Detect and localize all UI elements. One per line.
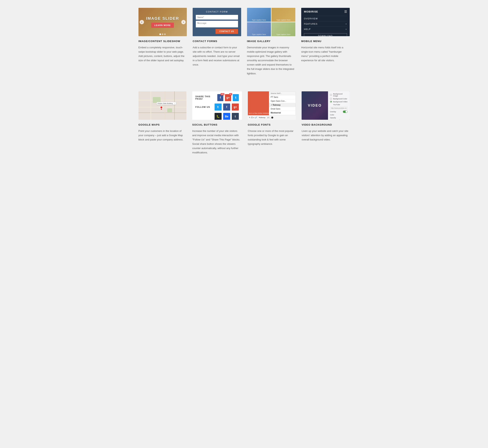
map-road-h1 <box>138 100 186 101</box>
edit-icon: ✎ <box>249 117 251 119</box>
slider-next-button[interactable]: › <box>181 20 186 24</box>
gallery-caption-2: Type caption here <box>276 19 290 21</box>
googleplus-follow-button[interactable]: g+ <box>232 104 239 111</box>
video-panel-youtube: YouTube <box>330 104 348 106</box>
contact-submit-button[interactable]: CONTACT US <box>216 29 238 34</box>
map-label: Empire State Building × <box>157 102 176 105</box>
github-button[interactable]: 🐛 <box>215 113 222 120</box>
fonts-item-montserrat[interactable]: Montserrat <box>269 111 296 115</box>
feature-desc-mobile-menu: Horizontal site menu folds itself into a… <box>301 45 350 63</box>
mobile-menu-overview-label: OVERVIEW <box>304 17 318 20</box>
map-pin-tail <box>160 109 162 110</box>
facebook-follow-button[interactable]: f <box>223 104 230 111</box>
map-pin <box>160 106 163 110</box>
fonts-item-droid-sans[interactable]: Droid Sans <box>269 107 296 111</box>
gallery-cell-4: Type caption here <box>272 22 295 36</box>
video-color-label: Color <box>330 114 334 116</box>
contact-form-title: CONTACT FORM <box>206 11 228 13</box>
contact-message-input[interactable] <box>196 21 238 27</box>
slider-content: IMAGE SLIDER LEARN MORE <box>146 16 179 28</box>
facebook-follow-icon: f <box>226 105 227 109</box>
page-wrapper: ‹ IMAGE SLIDER LEARN MORE › IMAGE/CONTEN… <box>135 0 354 172</box>
preview-slider: ‹ IMAGE SLIDER LEARN MORE › <box>138 8 187 36</box>
list-icon: ≡ <box>253 117 254 119</box>
video-panel-bg-color: Background Color <box>330 98 348 100</box>
mobile-menu-item-help[interactable]: HELP ▾ <box>304 26 347 32</box>
gallery-cell-2: Type caption here <box>272 8 295 22</box>
map-road-v3 <box>174 91 175 120</box>
gallery-caption-4: Type caption here <box>276 33 290 35</box>
map-road-h3 <box>138 112 186 113</box>
mobile-menu-brand: MOBIRISE <box>304 10 318 13</box>
share-label: SHARE THIS PAGE! <box>195 95 216 100</box>
align-icon: ☰ <box>251 117 253 119</box>
slider-dot-3 <box>164 33 166 35</box>
video-panel-color: Color <box>330 114 348 116</box>
feature-card-social: SHARE THIS PAGE! f 102 g+ 47 𝕥 FOLLOW US <box>192 91 242 155</box>
gallery-cell-3: Type caption here <box>247 22 271 36</box>
preview-gallery: Type caption here Type caption here Type… <box>247 8 296 36</box>
mobile-menu-header: MOBIRISE ☰ <box>304 10 347 14</box>
slider-dot-1 <box>160 33 161 35</box>
mobile-menu-help-label: HELP <box>304 28 311 30</box>
contact-name-input[interactable] <box>196 15 238 20</box>
video-bg-video-label: Background Video <box>333 101 347 103</box>
chevron-down-icon-2: ▾ <box>346 28 347 30</box>
feature-desc-contact: Add a subscribe or contact form to your … <box>193 45 241 67</box>
video-radio-bg-image[interactable] <box>330 94 332 96</box>
video-url-input[interactable] <box>330 107 348 110</box>
mobile-menu-item-features[interactable]: FEATURES ▾ <box>304 21 347 26</box>
video-panel-opacity: Opacity <box>330 117 348 119</box>
map-label-close-icon[interactable]: × <box>174 103 175 104</box>
fonts-item-raleway[interactable]: ✓ Raleway <box>269 103 296 107</box>
feature-desc-slideshow: Embed a completely responsive, touch-swi… <box>138 45 187 63</box>
tumblr-icon: t <box>235 115 236 118</box>
video-radio-bg-video[interactable] <box>330 101 332 103</box>
video-radio-bg-color[interactable] <box>330 98 332 100</box>
map-pin-circle <box>160 106 163 109</box>
video-bg-color-label: Background Color <box>333 98 347 100</box>
video-panel: Background Image Background Color Backgr… <box>328 91 350 120</box>
feature-card-gallery: Type caption here Type caption here Type… <box>247 8 296 76</box>
video-slider-thumb <box>339 120 341 120</box>
gallery-caption-1: Type caption here <box>252 19 266 21</box>
googleplus-follow-icon: g+ <box>233 105 237 109</box>
twitter-share-button[interactable]: 𝕥 <box>233 94 239 101</box>
facebook-share-button[interactable]: f 102 <box>217 94 223 101</box>
googleplus-share-button[interactable]: g+ 47 <box>225 94 231 101</box>
preview-social: SHARE THIS PAGE! f 102 g+ 47 𝕥 FOLLOW US <box>192 91 242 120</box>
feature-card-contact: CONTACT FORM CONTACT US CONTACT FORMS Ad… <box>193 8 241 76</box>
tumblr-button[interactable]: t <box>232 113 239 120</box>
slider-learn-more-button[interactable]: LEARN MORE <box>151 23 174 28</box>
mobile-download-button[interactable]: DOWNLOAD <box>304 33 347 36</box>
map-green-2 <box>167 108 172 112</box>
video-opacity-label: Opacity <box>330 117 336 119</box>
mobile-menu-features-label: FEATURES <box>304 23 318 25</box>
social-extra-row: 🐛 Be t <box>195 113 239 120</box>
preview-map: Empire State Building × <box>138 91 186 120</box>
gallery-cell-1: Type caption here <box>247 8 271 22</box>
twitter-icon: 𝕥 <box>235 96 236 99</box>
fonts-item-pt-sans[interactable]: PT Sans <box>269 95 296 99</box>
map-background: Empire State Building × <box>138 91 186 120</box>
behance-icon: Be <box>225 115 228 118</box>
gallery-caption-3: Type caption here <box>252 33 266 35</box>
slider-title: IMAGE SLIDER <box>146 16 179 21</box>
video-overlay-toggle[interactable] <box>343 111 348 113</box>
map-label-text: Empire State Building <box>158 103 173 104</box>
feature-title-social: SOCIAL BUTTONS <box>192 123 242 126</box>
feature-desc-maps: Point your customers in the location of … <box>138 129 186 142</box>
feature-card-maps: Empire State Building × GOOGLE MAPS Poin… <box>138 91 186 155</box>
features-row-2: Empire State Building × GOOGLE MAPS Poin… <box>138 91 350 155</box>
twitter-follow-button[interactable]: 𝕥 <box>215 104 222 111</box>
mobile-menu-item-overview[interactable]: OVERVIEW <box>304 16 347 21</box>
feature-desc-social: Increase the number of your site visitor… <box>192 129 242 155</box>
behance-button[interactable]: Be <box>223 113 230 120</box>
preview-fonts: ite in a few clicks! Mobirise helps you … <box>248 91 296 120</box>
fonts-item-open-sans[interactable]: Open Sans Con... <box>269 99 296 103</box>
section-divider <box>138 86 350 91</box>
feature-title-maps: GOOGLE MAPS <box>138 123 186 126</box>
slider-prev-button[interactable]: ‹ <box>140 20 144 24</box>
feature-desc-video: Liven up your website and catch your sit… <box>302 129 350 142</box>
link-icon: 🔗 <box>255 117 257 119</box>
